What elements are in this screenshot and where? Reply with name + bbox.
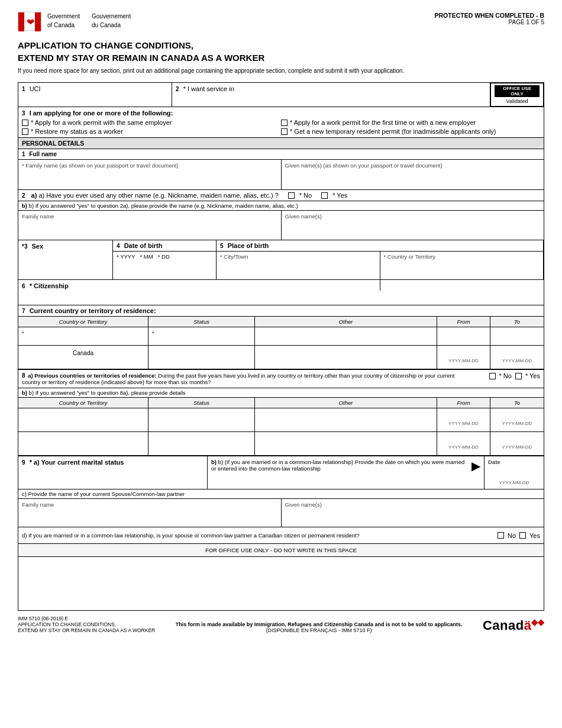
td-other-canada — [255, 346, 437, 369]
marital-status-cell: 9 * a) Your current marital status — [18, 456, 208, 489]
s8-other2[interactable] — [255, 432, 437, 455]
service-input[interactable] — [176, 92, 486, 104]
s8-status1[interactable] — [148, 408, 255, 431]
uci-cell: 1 UCI — [18, 83, 172, 107]
section9: 9 * a) Your current marital status b) b)… — [18, 456, 544, 610]
header-right: PROTECTED WHEN COMPLETED - B PAGE 1 OF 5 — [435, 12, 545, 25]
dob-fields: * YYYY * MM * DD — [113, 252, 216, 262]
other-given-name-input[interactable] — [285, 220, 541, 237]
option-temp-resident[interactable]: * Get a new temporary resident permit (f… — [281, 128, 540, 135]
other-name-question: a) a) Have you ever used any other name … — [31, 192, 279, 199]
other-family-name-field: Family name — [18, 211, 282, 240]
td-country-canada: Canada — [18, 346, 148, 369]
page-number: PAGE 1 OF 5 — [435, 19, 545, 25]
given-name-field: Given name(s) (as shown on your passport… — [282, 160, 544, 189]
checkbox-restore[interactable] — [22, 128, 28, 135]
full-name-section: 1 Full name * Family name (as shown on y… — [18, 149, 544, 190]
pob-cell: 5 Place of birth * City/Town * Country o… — [217, 240, 544, 279]
pob-header: 5 Place of birth — [217, 240, 543, 252]
th-status: Status — [148, 317, 255, 327]
s8-other1[interactable] — [255, 408, 437, 431]
section3-row: 3 I am applying for one or more of the f… — [18, 107, 544, 138]
dob-dd[interactable]: * DD — [158, 253, 170, 260]
section7-row1: * * — [18, 327, 544, 346]
section9-header: 9 * a) Your current marital status b) b)… — [18, 456, 544, 489]
marriage-date-input[interactable] — [488, 465, 540, 480]
pob-fields: * City/Town * Country or Territory — [217, 252, 543, 291]
dob-yyyy[interactable]: * YYYY — [117, 253, 135, 260]
marital-status-input[interactable] — [22, 466, 204, 487]
th-other: Other — [255, 317, 437, 327]
dob-mm[interactable]: * MM — [140, 253, 153, 260]
dob-cell: 4 Date of birth * YYYY * MM * DD — [113, 240, 217, 279]
s8-country2[interactable] — [18, 432, 148, 455]
office-use-label: OFFICE USE ONLY — [495, 85, 540, 97]
spouse-family-name-input[interactable] — [22, 508, 277, 524]
personal-details-header: PERSONAL DETAILS — [18, 138, 544, 149]
option-restore[interactable]: * Restore my status as a worker — [22, 128, 281, 135]
checkbox-temp-resident[interactable] — [281, 128, 288, 135]
section7-label: Current country or territory of residenc… — [30, 307, 156, 314]
checkbox-yes[interactable] — [321, 192, 328, 199]
uci-label: UCI — [30, 85, 41, 92]
family-name-field: * Family name (as shown on your passport… — [18, 160, 282, 189]
birth-country-input[interactable] — [384, 260, 540, 278]
spouse-given-name-input[interactable] — [285, 508, 541, 524]
section7-table-header: Country or Territory Status Other From T… — [18, 317, 544, 327]
s8-from1[interactable]: YYYY-MM-DD — [437, 408, 490, 431]
checkbox-same-employer[interactable] — [22, 120, 28, 126]
office-only-header: FOR OFFICE USE ONLY - DO NOT WRITE IN TH… — [18, 544, 544, 557]
form-title: APPLICATION TO CHANGE CONDITIONS, EXTEND… — [18, 39, 544, 64]
section8-row1: YYYY-MM-DD YYYY-MM-DD — [18, 408, 544, 432]
section8-table-header: Country or Territory Status Other From T… — [18, 398, 544, 408]
checkbox-8-no[interactable] — [489, 373, 496, 379]
td-country1: * — [18, 327, 148, 345]
other-name-question-row: 2 a) a) Have you ever used any other nam… — [18, 190, 544, 201]
spouse-given-name-field: Given name(s) — [282, 499, 544, 527]
s8-from2[interactable]: YYYY-MM-DD — [437, 432, 490, 455]
dob-header: 4 Date of birth — [113, 240, 216, 252]
section3-options: * Apply for a work permit with the same … — [22, 119, 540, 135]
other-name-fields: Family name Given name(s) — [18, 211, 544, 240]
td-to1 — [490, 327, 544, 345]
sex-dob-pob-row: *3 Sex 4 Date of birth * YYYY * MM * DD — [18, 240, 544, 280]
th-country: Country or Territory — [18, 317, 148, 327]
canada-wordmark: Canadä◆◆ — [483, 617, 544, 633]
checkbox-8-yes[interactable] — [515, 373, 522, 379]
uci-input[interactable] — [22, 92, 168, 104]
office-only-section: FOR OFFICE USE ONLY - DO NOT WRITE IN TH… — [18, 544, 544, 610]
other-family-name-input[interactable] — [22, 220, 277, 237]
citizenship-input[interactable] — [22, 289, 540, 302]
office-use-cell: OFFICE USE ONLY Validated — [490, 83, 544, 107]
checkbox-d-no[interactable] — [498, 532, 504, 539]
family-name-input[interactable] — [22, 169, 277, 186]
marriage-date-cell: Date YYYY-MM-DD — [485, 456, 544, 489]
option-new-employer[interactable]: * Apply for a work permit for the first … — [281, 119, 540, 126]
s8-country1[interactable] — [18, 408, 148, 431]
s8-to2[interactable]: YYYY-MM-DD — [490, 432, 544, 455]
instruction-text: If you need more space for any section, … — [18, 67, 544, 74]
checkbox-new-employer[interactable] — [281, 120, 288, 126]
td-from-canada: YYYY-MM-DD — [437, 346, 490, 369]
s8-to1[interactable]: YYYY-MM-DD — [490, 408, 544, 431]
checkbox-d-yes[interactable] — [519, 532, 526, 539]
option-same-employer[interactable]: * Apply for a work permit with the same … — [22, 119, 281, 126]
other-given-name-field: Given name(s) — [282, 211, 544, 240]
main-form: 1 UCI 2 * I want service in OFFICE USE O… — [18, 82, 544, 611]
checkbox-no[interactable] — [288, 192, 295, 199]
given-name-input[interactable] — [285, 169, 541, 186]
sex-input[interactable] — [22, 250, 109, 270]
td-other1 — [255, 327, 437, 345]
spouse-family-name-field: Family name — [18, 499, 282, 527]
from-date-input[interactable] — [441, 347, 486, 358]
other-name-section: 2 a) a) Have you ever used any other nam… — [18, 190, 544, 240]
section9-d-choices: No Yes — [498, 532, 540, 539]
city-input[interactable] — [220, 260, 376, 278]
full-name-fields: * Family name (as shown on your passport… — [18, 160, 544, 189]
th-from: From — [437, 317, 490, 327]
section9-c: c) Provide the name of your current Spou… — [18, 489, 544, 527]
td-to-canada: YYYY-MM-DD — [490, 346, 544, 369]
to-date-input[interactable] — [494, 347, 540, 358]
page-header: ❤ Government of Canada Gouvernement du C… — [18, 12, 544, 31]
s8-status2[interactable] — [148, 432, 255, 455]
